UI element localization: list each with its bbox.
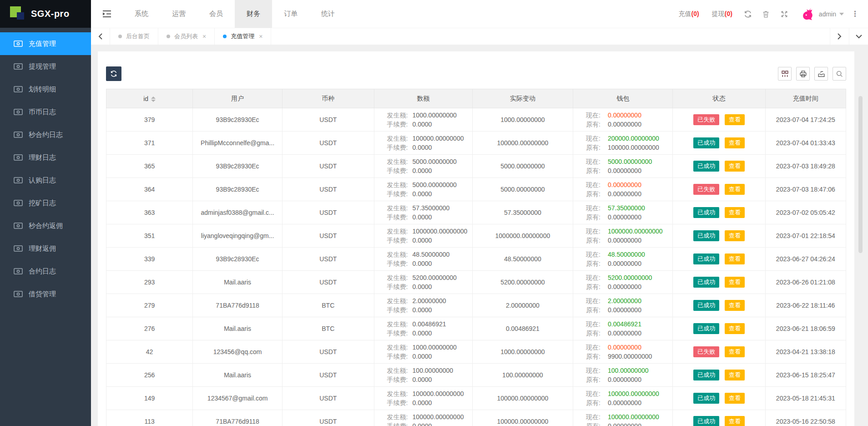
view-button[interactable]: 查看 <box>725 277 745 288</box>
col-header-0[interactable]: id <box>106 89 193 108</box>
cell-wallet: 现在:200000.00000000 原有:100000.00000000 <box>573 132 673 155</box>
sidebar-item-11[interactable]: 借贷管理 <box>0 283 91 305</box>
top-nav: 系统运营会员财务订单统计 <box>123 0 347 28</box>
withdraw-counter-link[interactable]: 提现(0) <box>712 10 732 18</box>
export-button[interactable] <box>814 67 828 81</box>
col-header-5: 钱包 <box>573 89 673 108</box>
col-header-3: 数额 <box>374 89 472 108</box>
tab-close-icon[interactable]: × <box>259 33 262 40</box>
sidebar-item-4[interactable]: 秒合约日志 <box>0 123 91 146</box>
status-badge: 已成功 <box>693 370 719 380</box>
nav-item-2[interactable]: 会员 <box>197 0 235 28</box>
sidebar-item-9[interactable]: 理财返佣 <box>0 237 91 260</box>
tab-dot <box>167 35 170 38</box>
cell-id: 365 <box>106 155 193 178</box>
sort-icon[interactable] <box>151 96 156 102</box>
sidebar-item-label: 理财日志 <box>29 153 56 162</box>
cell-time: 2023-07-03 18:47:06 <box>765 178 846 201</box>
sidebar-item-7[interactable]: 挖矿日志 <box>0 192 91 214</box>
table-row: 256 Mail.aaris USDT 发生额:100.00000000 手续费… <box>106 364 846 387</box>
refresh-button[interactable] <box>739 10 757 18</box>
table-row: 149 1234567@gmail.com USDT 发生额:100000.00… <box>106 387 846 410</box>
recharge-counter-link[interactable]: 充值(0) <box>679 10 699 18</box>
table-row: 379 93B9c28930Ec USDT 发生额:1000.00000000 … <box>106 108 846 132</box>
cell-status: 已成功 查看 <box>673 387 765 410</box>
tab-close-icon[interactable]: × <box>202 33 206 40</box>
print-button[interactable] <box>796 67 810 81</box>
view-button[interactable]: 查看 <box>725 416 745 426</box>
search-button[interactable] <box>833 67 846 81</box>
cell-user: liyangloveqingqing@gm... <box>193 224 283 248</box>
table-header-row: id用户币种数额实际变动钱包状态充值时间 <box>106 89 846 108</box>
tab-1[interactable]: 会员列表× <box>158 28 215 45</box>
cell-wallet: 现在:100000.00000000 原有:0.00000000 <box>573 410 673 426</box>
cell-user: 93B9c28930Ec <box>193 108 283 132</box>
cell-status: 已失败 查看 <box>673 108 765 132</box>
tabs-scroll-left-button[interactable] <box>91 28 110 45</box>
view-button[interactable]: 查看 <box>725 254 745 264</box>
view-button[interactable]: 查看 <box>725 184 745 195</box>
sidebar-item-label: 借贷管理 <box>29 290 56 299</box>
fullscreen-button[interactable] <box>775 10 793 18</box>
table-refresh-button[interactable] <box>106 66 121 81</box>
trash-icon <box>762 10 770 18</box>
tab-0[interactable]: 后台首页 <box>110 28 158 45</box>
nav-item-4[interactable]: 订单 <box>272 0 309 28</box>
view-button[interactable]: 查看 <box>725 207 745 218</box>
view-button[interactable]: 查看 <box>725 370 745 380</box>
cell-amount: 发生额:100.00000000 手续费:0.0000 <box>374 364 472 387</box>
status-badge: 已成功 <box>693 277 719 288</box>
banknote-icon <box>14 200 23 206</box>
cell-actual-change: 48.50000000 <box>472 248 573 271</box>
sidebar-menu: 充值管理 提现管理 划转明细 币币日志 秒合约日志 理财日志 认购日志 挖矿日志… <box>0 28 91 305</box>
tab-2[interactable]: 充值管理× <box>215 28 271 45</box>
cell-user: PhillipMcconnelfe@gma... <box>193 132 283 155</box>
table-row: 113 71BA776d9118 USDT 发生额:100000.0000000… <box>106 410 846 426</box>
cell-wallet: 现在:48.50000000 原有:0.00000000 <box>573 248 673 271</box>
cell-wallet: 现在:2.00000000 原有:0.00000000 <box>573 294 673 317</box>
cell-user: 123456@qq.com <box>193 340 283 364</box>
sidebar-item-1[interactable]: 提现管理 <box>0 55 91 78</box>
sidebar-item-0[interactable]: 充值管理 <box>0 32 91 55</box>
sidebar-item-6[interactable]: 认购日志 <box>0 169 91 192</box>
nav-item-5[interactable]: 统计 <box>309 0 347 28</box>
cell-id: 293 <box>106 271 193 294</box>
cell-id: 379 <box>106 108 193 132</box>
view-button[interactable]: 查看 <box>725 323 745 334</box>
view-button[interactable]: 查看 <box>725 346 745 357</box>
columns-filter-button[interactable] <box>778 67 792 81</box>
cell-amount: 发生额:5000.00000000 手续费:0.0000 <box>374 178 472 201</box>
tabs-menu-button[interactable] <box>849 28 868 45</box>
view-button[interactable]: 查看 <box>725 114 745 125</box>
view-button[interactable]: 查看 <box>725 161 745 172</box>
tabs-scroll-right-button[interactable] <box>830 28 849 45</box>
view-button[interactable]: 查看 <box>725 137 745 148</box>
kebab-menu-icon[interactable]: ⋮ <box>848 9 862 19</box>
sidebar-item-5[interactable]: 理财日志 <box>0 146 91 169</box>
view-button[interactable]: 查看 <box>725 393 745 404</box>
sidebar-item-8[interactable]: 秒合约返佣 <box>0 214 91 237</box>
sidebar-item-label: 挖矿日志 <box>29 199 56 208</box>
sidebar-item-3[interactable]: 币币日志 <box>0 101 91 123</box>
cell-time: 2023-05-16 22:50:58 <box>765 410 846 426</box>
cell-id: 339 <box>106 248 193 271</box>
cell-wallet: 现在:5000.00000000 原有:0.00000000 <box>573 155 673 178</box>
clear-cache-button[interactable] <box>757 10 775 18</box>
sidebar-item-10[interactable]: 合约日志 <box>0 260 91 283</box>
sidebar-item-label: 秒合约返佣 <box>29 222 63 230</box>
view-button[interactable]: 查看 <box>725 300 745 311</box>
tab-label: 后台首页 <box>126 32 150 41</box>
sidebar-item-2[interactable]: 划转明细 <box>0 78 91 101</box>
view-button[interactable]: 查看 <box>725 230 745 241</box>
cell-time: 2023-06-21 18:06:59 <box>765 317 846 340</box>
cell-coin: USDT <box>282 155 374 178</box>
scrollbar[interactable] <box>858 96 863 253</box>
col-header-7: 充值时间 <box>765 89 846 108</box>
collapse-sidebar-button[interactable] <box>91 0 123 28</box>
nav-item-3[interactable]: 财务 <box>235 0 272 28</box>
tab-label: 会员列表 <box>174 32 198 41</box>
nav-item-0[interactable]: 系统 <box>123 0 160 28</box>
admin-menu[interactable]: admin <box>801 7 844 21</box>
banknote-icon <box>14 109 23 115</box>
nav-item-1[interactable]: 运营 <box>160 0 197 28</box>
